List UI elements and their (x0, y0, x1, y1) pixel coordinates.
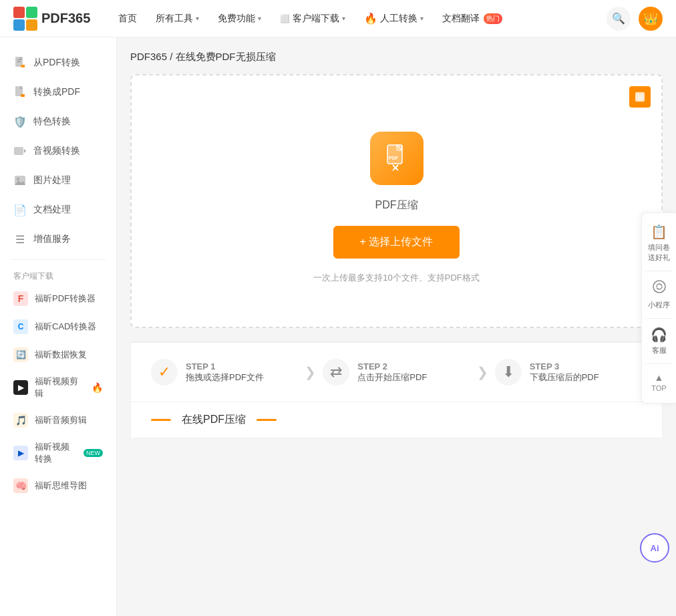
logo[interactable]: PDF365 (13, 7, 90, 31)
svg-text:⊞: ⊞ (637, 94, 643, 101)
nav-arrow: ▾ (342, 15, 345, 22)
sidebar-label-from-pdf: 从PDF转换 (33, 57, 80, 69)
svg-point-29 (653, 281, 665, 293)
svg-rect-6 (17, 61, 21, 62)
new-badge: NEW (83, 449, 103, 457)
upload-button[interactable]: + 选择上传文件 (333, 226, 460, 259)
step-3-info: STEP 3 下载压缩后的PDF (530, 361, 642, 383)
sidebar-foxit-pdf[interactable]: F 福昕PDF转换器 (0, 285, 116, 313)
sidebar-foxit-mind[interactable]: 🧠 福昕思维导图 (0, 472, 116, 500)
foxit-video-edit-icon: ▶ (13, 380, 28, 395)
nav-translate[interactable]: 文档翻译 热门 (434, 7, 510, 30)
layout: P 从PDF转换 转换成PDF 🛡️ 特色转换 音视频转换 图片处理 (0, 37, 676, 616)
steps-area: ✓ STEP 1 拖拽或选择PDF文件 ❯ ⇄ STEP 2 点击开始压缩PDF (131, 342, 662, 402)
pdf-compress-label: PDF压缩 (375, 198, 418, 212)
download-step-icon: ⬇ (502, 363, 514, 381)
steps-container: ✓ STEP 1 拖拽或选择PDF文件 ❯ ⇄ STEP 2 点击开始压缩PDF (130, 341, 663, 438)
step-3-desc: 下载压缩后的PDF (530, 371, 642, 383)
sidebar-label-av: 音视频转换 (33, 145, 80, 157)
upload-area: ⊞ PDF (130, 74, 663, 328)
ai-badge[interactable]: Ai (640, 533, 669, 563)
float-divider-2 (645, 318, 673, 319)
nav-download[interactable]: ⬜ 客户端下载 ▾ (272, 7, 353, 30)
foxit-mind-icon: 🧠 (13, 478, 28, 493)
step-3-number: STEP 3 (530, 361, 642, 371)
hot-badge: 热门 (484, 13, 502, 24)
svg-rect-12 (21, 94, 25, 97)
logo-icon (13, 7, 37, 31)
step-3-icon: ⬇ (495, 359, 522, 386)
special-icon: 🛡️ (13, 115, 27, 128)
to-pdf-icon (13, 86, 27, 99)
foxit-cad-label: 福昕CAD转换器 (35, 321, 96, 333)
svg-rect-3 (26, 19, 37, 31)
float-support[interactable]: 🎧 客服 (642, 321, 676, 361)
sidebar-item-vip[interactable]: ☰ 增值服务 (0, 224, 116, 254)
sidebar-label-special: 特色转换 (33, 116, 71, 128)
float-survey[interactable]: 📋 填问卷 送好礼 (642, 218, 676, 268)
avatar-button[interactable]: 👑 (639, 7, 663, 31)
miniapp-icon (652, 279, 667, 297)
image-icon (13, 174, 27, 187)
download-icon: ⬜ (280, 14, 290, 23)
nav-home[interactable]: 首页 (110, 7, 145, 30)
foxit-video-convert-icon: ▶ (13, 446, 28, 460)
step-2: ⇄ STEP 2 点击开始压缩PDF (323, 359, 470, 386)
step-arrow-1: ❯ (305, 364, 316, 380)
nav-free[interactable]: 免费功能 ▾ (210, 7, 269, 30)
sidebar-foxit-cad[interactable]: C 福昕CAD转换器 (0, 313, 116, 341)
sidebar-item-doc[interactable]: 📄 文档处理 (0, 195, 116, 224)
logo-text: PDF365 (41, 11, 90, 26)
float-divider-3 (645, 363, 673, 364)
bottom-line-right (257, 419, 277, 421)
bottom-title-area: 在线PDF压缩 (131, 402, 662, 438)
sidebar-foxit-audio[interactable]: 🎵 福昕音频剪辑 (0, 406, 116, 434)
step-1-desc: 拖拽或选择PDF文件 (186, 371, 298, 383)
sidebar-item-image[interactable]: 图片处理 (0, 166, 116, 195)
corner-icon[interactable]: ⊞ (629, 86, 651, 108)
float-miniapp-label: 小程序 (648, 300, 670, 310)
bottom-line-left (151, 419, 171, 421)
svg-text:PDF: PDF (389, 156, 399, 160)
main-content: PDF365 / 在线免费PDF无损压缩 ⊞ PDF (117, 37, 676, 616)
chevron-up-icon: ▲ (655, 372, 664, 383)
header: PDF365 首页 所有工具 ▾ 免费功能 ▾ ⬜ 客户端下载 ▾ 🔥 人工转换… (0, 0, 676, 37)
svg-rect-0 (13, 7, 25, 18)
foxit-pdf-label: 福昕PDF转换器 (35, 293, 96, 305)
sidebar-foxit-video-convert[interactable]: ▶ 福昕视频转换 NEW (0, 434, 116, 472)
svg-rect-1 (26, 7, 37, 18)
float-divider-1 (645, 271, 673, 271)
fire-icon: 🔥 (364, 12, 377, 25)
step-1-info: STEP 1 拖拽或选择PDF文件 (186, 361, 298, 383)
av-icon (13, 144, 27, 158)
step-1-icon: ✓ (151, 359, 178, 386)
sidebar-label-vip: 增值服务 (33, 233, 71, 245)
foxit-audio-icon: 🎵 (13, 413, 28, 428)
svg-line-28 (395, 168, 398, 170)
top-button[interactable]: ▲ TOP (647, 367, 670, 398)
svg-marker-14 (24, 149, 26, 153)
sidebar-foxit-video-edit[interactable]: ▶ 福昕视频剪辑 🔥 (0, 369, 116, 406)
nav-manual[interactable]: 🔥 人工转换 ▾ (356, 7, 432, 30)
search-button[interactable]: 🔍 (607, 7, 631, 31)
sidebar-item-special[interactable]: 🛡️ 特色转换 (0, 107, 116, 136)
foxit-video-edit-label: 福昕视频剪辑 (35, 375, 85, 400)
vip-icon: ☰ (13, 233, 27, 246)
sidebar-item-to-pdf[interactable]: 转换成PDF (0, 78, 116, 107)
svg-point-16 (17, 178, 19, 180)
nav-all-tools[interactable]: 所有工具 ▾ (148, 7, 207, 30)
step-3: ⬇ STEP 3 下载压缩后的PDF (495, 359, 642, 386)
sidebar-item-from-pdf[interactable]: P 从PDF转换 (0, 48, 116, 78)
float-survey-label: 填问卷 送好礼 (648, 243, 670, 263)
support-icon: 🎧 (651, 327, 667, 343)
fire-badge: 🔥 (92, 382, 103, 393)
sidebar-item-av[interactable]: 音视频转换 (0, 136, 116, 166)
step-2-number: STEP 2 (357, 361, 470, 371)
svg-rect-5 (17, 59, 21, 60)
step-1: ✓ STEP 1 拖拽或选择PDF文件 (151, 359, 298, 386)
foxit-mind-label: 福昕思维导图 (35, 480, 87, 492)
step-arrow-2: ❯ (477, 364, 488, 380)
foxit-pdf-icon: F (13, 291, 28, 306)
sidebar-foxit-data[interactable]: 🔄 福昕数据恢复 (0, 341, 116, 369)
float-miniapp[interactable]: 小程序 (642, 274, 676, 315)
